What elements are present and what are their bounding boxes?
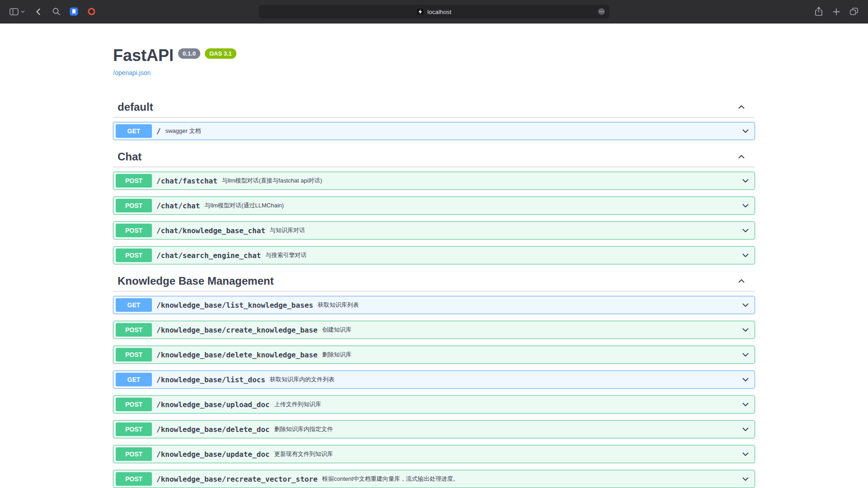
plus-icon	[832, 8, 840, 16]
chevron-down-icon	[741, 176, 750, 185]
chevron-up-icon	[737, 103, 746, 112]
endpoint-summary: 与llm模型对话(通过LLMChain)	[204, 202, 741, 210]
extension-blue-button[interactable]	[66, 5, 81, 18]
section-collapse-button[interactable]	[737, 277, 746, 286]
section-header[interactable]: default	[113, 97, 755, 117]
endpoint-path: /chat/chat	[152, 202, 204, 210]
endpoint-summary: 与llm模型对话(直接与fastchat api对话)	[222, 177, 741, 185]
endpoint-row[interactable]: POST /knowledge_base/delete_knowledge_ba…	[113, 346, 755, 364]
endpoint-row[interactable]: POST /knowledge_base/update_doc 更新现有文件到知…	[113, 445, 755, 463]
address-text: localhost	[427, 8, 451, 15]
endpoint-expand-button[interactable]	[741, 201, 750, 210]
endpoint-expand-button[interactable]	[741, 400, 750, 409]
tab-overview-icon	[849, 7, 859, 16]
browser-chrome: localhost	[0, 0, 868, 23]
toolbar-right	[811, 4, 862, 19]
endpoint-row[interactable]: POST /knowledge_base/delete_doc 删除知识库内指定…	[113, 420, 755, 438]
endpoint-summary: 根据content中文档重建向量库，流式输出处理进度。	[322, 475, 741, 483]
toolbar-left	[6, 5, 99, 19]
endpoint-list: GET /knowledge_base/list_knowledge_bases…	[113, 291, 755, 488]
section-header[interactable]: Chat	[113, 147, 755, 167]
method-badge: POST	[116, 224, 152, 237]
section-collapse-button[interactable]	[737, 152, 746, 161]
api-section: Knowledge Base Management GET /knowledge…	[113, 271, 755, 488]
endpoint-expand-button[interactable]	[741, 450, 750, 459]
share-icon	[814, 6, 823, 17]
endpoint-row[interactable]: POST /chat/search_engine_chat 与搜索引擎对话	[113, 246, 755, 264]
endpoint-expand-button[interactable]	[741, 300, 750, 310]
chevron-down-icon	[741, 300, 750, 310]
endpoint-path: /chat/search_engine_chat	[152, 251, 265, 260]
openapi-spec-link[interactable]: /openapi.json	[113, 69, 151, 76]
api-info: FastAPI 0.1.0 OAS 3.1 /openapi.json	[113, 46, 755, 77]
chevron-down-icon	[21, 10, 25, 13]
endpoint-path: /chat/fastchat	[152, 177, 222, 185]
page-title: FastAPI	[113, 46, 174, 65]
chevron-down-icon	[741, 226, 750, 235]
section-collapse-button[interactable]	[737, 103, 746, 112]
sections: default GET / swagger 文档 Chat POST /chat…	[113, 97, 755, 488]
new-tab-button[interactable]	[829, 5, 844, 18]
endpoint-row[interactable]: POST /knowledge_base/create_knowledge_ba…	[113, 321, 755, 339]
tab-overview-button[interactable]	[846, 5, 862, 18]
endpoint-row[interactable]: POST /chat/knowledge_base_chat 与知识库对话	[113, 221, 755, 239]
endpoint-expand-button[interactable]	[741, 325, 750, 334]
back-icon	[34, 7, 43, 16]
chevron-up-icon	[737, 277, 746, 286]
method-badge: GET	[116, 298, 152, 312]
method-badge: POST	[116, 447, 152, 461]
endpoint-summary: 删除知识库内指定文件	[274, 425, 741, 433]
chevron-down-icon	[741, 127, 750, 136]
endpoint-expand-button[interactable]	[741, 350, 750, 359]
endpoint-path: /knowledge_base/delete_doc	[152, 425, 274, 434]
chevron-down-icon	[741, 375, 750, 384]
section-header[interactable]: Knowledge Base Management	[113, 271, 755, 291]
endpoint-expand-button[interactable]	[741, 375, 750, 384]
share-button[interactable]	[811, 4, 826, 19]
endpoint-expand-button[interactable]	[741, 176, 750, 185]
method-badge: POST	[116, 348, 152, 361]
method-badge: POST	[116, 249, 152, 262]
endpoint-list: POST /chat/fastchat 与llm模型对话(直接与fastchat…	[113, 167, 755, 264]
endpoint-expand-button[interactable]	[741, 226, 750, 235]
extension-record-button[interactable]	[84, 5, 99, 18]
endpoint-row[interactable]: GET /knowledge_base/list_docs 获取知识库内的文件列…	[113, 371, 755, 389]
method-badge: POST	[116, 174, 152, 188]
method-badge: POST	[116, 398, 152, 411]
endpoint-expand-button[interactable]	[741, 474, 750, 483]
ellipsis-menu-icon[interactable]	[598, 8, 605, 15]
method-badge: GET	[116, 373, 152, 386]
method-badge: POST	[116, 323, 152, 337]
endpoint-row[interactable]: POST /knowledge_base/upload_doc 上传文件到知识库	[113, 395, 755, 413]
endpoint-summary: 获取知识库内的文件列表	[270, 375, 741, 384]
sidebar-toggle-button[interactable]	[6, 6, 28, 18]
endpoint-list: GET / swagger 文档	[113, 117, 755, 140]
search-button[interactable]	[49, 5, 64, 18]
endpoint-row[interactable]: POST /chat/chat 与llm模型对话(通过LLMChain)	[113, 197, 755, 215]
chevron-down-icon	[741, 450, 750, 459]
endpoint-row[interactable]: GET /knowledge_base/list_knowledge_bases…	[113, 296, 755, 314]
method-badge: POST	[116, 199, 152, 212]
endpoint-row[interactable]: POST /chat/fastchat 与llm模型对话(直接与fastchat…	[113, 172, 755, 190]
endpoint-row[interactable]: GET / swagger 文档	[113, 122, 755, 140]
endpoint-summary: 更新现有文件到知识库	[274, 450, 741, 458]
endpoint-expand-button[interactable]	[741, 425, 750, 434]
section-title: Chat	[118, 151, 142, 162]
endpoint-row[interactable]: POST /knowledge_base/recreate_vector_sto…	[113, 470, 755, 488]
endpoint-summary: 与搜索引擎对话	[265, 251, 741, 259]
back-button[interactable]	[31, 5, 46, 19]
section-title: default	[118, 102, 153, 113]
endpoint-expand-button[interactable]	[741, 127, 750, 136]
sidebar-icon	[9, 8, 19, 15]
endpoint-summary: 删除知识库	[322, 351, 741, 359]
endpoint-expand-button[interactable]	[741, 251, 750, 260]
chevron-down-icon	[741, 251, 750, 260]
endpoint-summary: swagger 文档	[165, 127, 741, 135]
method-badge: POST	[116, 472, 152, 486]
swagger-ui: FastAPI 0.1.0 OAS 3.1 /openapi.json defa…	[104, 46, 764, 488]
address-bar[interactable]: localhost	[259, 5, 609, 19]
endpoint-path: /knowledge_base/list_knowledge_bases	[152, 301, 318, 310]
section-title: Knowledge Base Management	[118, 276, 274, 286]
endpoint-path: /	[152, 127, 165, 136]
endpoint-path: /knowledge_base/recreate_vector_store	[152, 475, 322, 483]
